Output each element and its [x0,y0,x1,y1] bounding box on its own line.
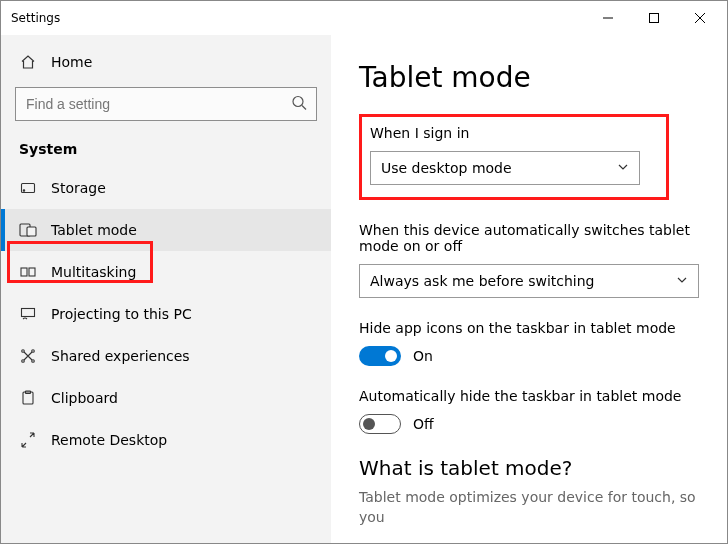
sidebar-item-projecting[interactable]: Projecting to this PC [1,293,331,335]
autoswitch-dropdown[interactable]: Always ask me before switching [359,264,699,298]
projecting-icon [19,305,37,323]
sidebar-item-storage[interactable]: Storage [1,167,331,209]
sidebar-item-label: Remote Desktop [51,432,167,448]
sidebar-item-label: Projecting to this PC [51,306,192,322]
svg-rect-9 [27,227,36,236]
home-nav[interactable]: Home [1,43,331,81]
svg-point-4 [293,97,303,107]
shared-experiences-icon [19,347,37,365]
hide-icons-state: On [413,348,433,364]
maximize-button[interactable] [631,3,677,33]
sidebar-item-label: Shared experiences [51,348,190,364]
storage-icon [19,179,37,197]
svg-point-16 [32,360,35,363]
multitasking-icon [19,263,37,281]
nav-list: Storage Tablet mode Multitasking [1,167,331,461]
hide-icons-group: Hide app icons on the taskbar in tablet … [359,320,699,366]
autoswitch-dropdown-value: Always ask me before switching [370,273,595,289]
window-controls [585,3,723,33]
clipboard-icon [19,389,37,407]
remote-desktop-icon [19,431,37,449]
page-title: Tablet mode [359,61,699,94]
sidebar-item-label: Multitasking [51,264,136,280]
hide-icons-toggle[interactable] [359,346,401,366]
hide-taskbar-label: Automatically hide the taskbar in tablet… [359,388,699,404]
close-button[interactable] [677,3,723,33]
minimize-button[interactable] [585,3,631,33]
highlight-signin: When I sign in Use desktop mode [359,114,669,200]
signin-dropdown[interactable]: Use desktop mode [370,151,640,185]
content-pane: Tablet mode When I sign in Use desktop m… [331,35,727,543]
signin-label: When I sign in [370,125,648,141]
sidebar-item-shared[interactable]: Shared experiences [1,335,331,377]
home-label: Home [51,54,92,70]
chevron-down-icon [676,273,688,289]
tablet-mode-icon [19,221,37,239]
section-label: System [1,135,331,167]
hide-taskbar-group: Automatically hide the taskbar in tablet… [359,388,699,434]
window-body: Home System Storage [1,35,727,543]
sidebar-item-multitasking[interactable]: Multitasking [1,251,331,293]
autoswitch-group: When this device automatically switches … [359,222,699,298]
what-heading: What is tablet mode? [359,456,699,480]
svg-point-13 [22,350,25,353]
svg-point-15 [22,360,25,363]
title-bar: Settings [1,1,727,35]
hide-taskbar-toggle-row: Off [359,414,699,434]
hide-taskbar-toggle[interactable] [359,414,401,434]
search-icon [291,95,307,114]
sidebar: Home System Storage [1,35,331,543]
svg-line-5 [302,106,306,110]
home-icon [19,53,37,71]
hide-icons-toggle-row: On [359,346,699,366]
window-title: Settings [11,11,585,25]
svg-rect-10 [21,268,27,276]
svg-rect-12 [22,309,35,317]
chevron-down-icon [617,160,629,176]
sidebar-item-clipboard[interactable]: Clipboard [1,377,331,419]
signin-dropdown-value: Use desktop mode [381,160,512,176]
svg-rect-11 [29,268,35,276]
hide-icons-label: Hide app icons on the taskbar in tablet … [359,320,699,336]
autoswitch-label: When this device automatically switches … [359,222,699,254]
hide-taskbar-state: Off [413,416,434,432]
svg-rect-1 [650,14,659,23]
sidebar-item-tablet-mode[interactable]: Tablet mode [1,209,331,251]
what-description: Tablet mode optimizes your device for to… [359,488,699,527]
svg-point-14 [32,350,35,353]
settings-window: Settings Home [0,0,728,544]
sidebar-item-label: Storage [51,180,106,196]
search-input[interactable] [15,87,317,121]
svg-point-7 [23,190,24,191]
sidebar-item-label: Tablet mode [51,222,137,238]
sidebar-item-remote[interactable]: Remote Desktop [1,419,331,461]
sidebar-item-label: Clipboard [51,390,118,406]
search-wrapper [15,87,317,121]
